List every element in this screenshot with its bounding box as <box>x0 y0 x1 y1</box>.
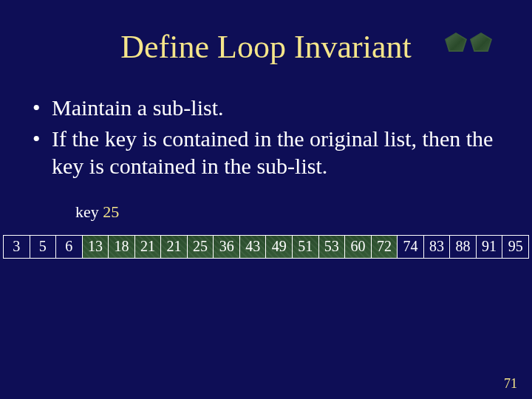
array-cell: 95 <box>502 235 529 259</box>
bullet-dot-icon: • <box>33 125 52 153</box>
leaf-icon <box>445 33 467 52</box>
array-cell: 72 <box>371 235 398 259</box>
array-cell: 5 <box>30 235 57 259</box>
array-cell: 13 <box>82 235 109 259</box>
array-cell: 6 <box>55 235 83 259</box>
leaf-icon-group <box>445 33 492 52</box>
array-cell: 83 <box>423 235 451 259</box>
array-cell: 18 <box>108 235 135 259</box>
array-cell: 43 <box>239 235 267 259</box>
bullet-item: • Maintain a sub-list. <box>33 94 499 122</box>
array-cell: 49 <box>265 235 293 259</box>
key-value: 25 <box>103 202 119 221</box>
array-cell: 25 <box>187 235 214 259</box>
array-cell: 53 <box>318 235 346 259</box>
array-cell: 51 <box>292 235 319 259</box>
array-cell: 88 <box>449 235 477 259</box>
page-number: 71 <box>504 376 517 392</box>
leaf-icon <box>470 33 492 52</box>
bullet-item: • If the key is contained in the origina… <box>33 125 499 180</box>
array-cell: 21 <box>134 235 162 259</box>
array-cell: 74 <box>397 235 424 259</box>
bullet-text: Maintain a sub-list. <box>52 94 223 122</box>
array-cell: 91 <box>476 235 503 259</box>
key-row: key 25 <box>0 202 532 222</box>
array-cell: 21 <box>160 235 188 259</box>
key-label: key <box>75 202 99 221</box>
bullet-list: • Maintain a sub-list. • If the key is c… <box>0 94 532 180</box>
array-cell: 3 <box>3 235 30 259</box>
array-cell: 60 <box>344 235 372 259</box>
bullet-text: If the key is contained in the original … <box>52 125 499 180</box>
bullet-dot-icon: • <box>33 94 52 122</box>
array-cell: 36 <box>213 235 240 259</box>
array-cells: 3561318212125364349515360727483889195 <box>0 235 532 259</box>
